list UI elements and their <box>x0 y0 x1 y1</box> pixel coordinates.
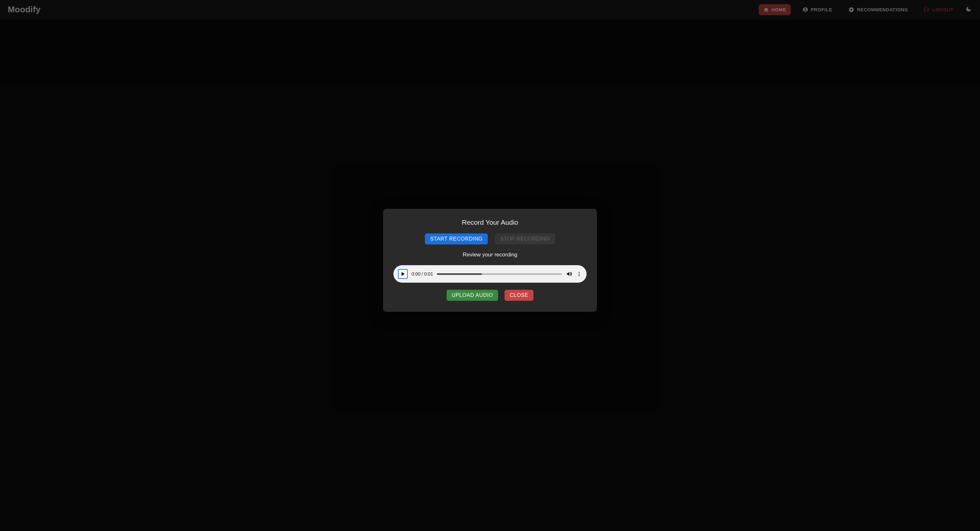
svg-point-5 <box>579 272 580 273</box>
play-button[interactable] <box>398 269 408 279</box>
audio-player: 0:00 / 0:01 <box>393 265 587 283</box>
modal-action-row: UPLOAD AUDIO CLOSE <box>447 290 533 301</box>
audio-time-display: 0:00 / 0:01 <box>412 271 433 276</box>
record-audio-modal: Record Your Audio START RECORDING STOP R… <box>383 209 597 312</box>
stop-recording-label: STOP RECORDING <box>500 236 550 241</box>
svg-point-6 <box>579 274 580 274</box>
recording-controls: START RECORDING STOP RECORDING <box>425 233 555 244</box>
review-recording-label: Review your recording <box>463 252 517 258</box>
upload-audio-label: UPLOAD AUDIO <box>452 292 493 298</box>
close-button[interactable]: CLOSE <box>504 290 533 301</box>
stop-recording-button: STOP RECORDING <box>495 233 555 244</box>
close-label: CLOSE <box>510 292 528 298</box>
more-options-icon[interactable] <box>576 271 582 277</box>
audio-seek-progress <box>437 273 482 275</box>
start-recording-label: START RECORDING <box>430 236 482 241</box>
modal-title: Record Your Audio <box>462 219 518 226</box>
play-icon <box>401 272 405 276</box>
upload-audio-button[interactable]: UPLOAD AUDIO <box>447 290 498 301</box>
audio-seek-track[interactable] <box>437 273 562 275</box>
svg-point-7 <box>579 275 580 276</box>
volume-icon[interactable] <box>566 271 572 277</box>
start-recording-button[interactable]: START RECORDING <box>425 233 488 244</box>
